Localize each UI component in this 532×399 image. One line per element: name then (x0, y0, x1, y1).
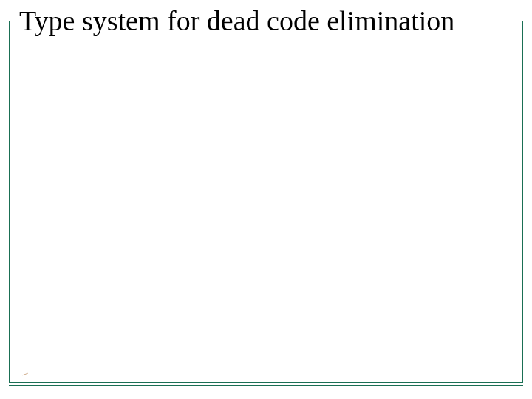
slide: Type system for dead code elimination (0, 0, 532, 399)
bottom-rule (9, 385, 523, 386)
slide-frame (9, 21, 523, 383)
slide-title: Type system for dead code elimination (19, 6, 454, 37)
title-container: Type system for dead code elimination (16, 6, 457, 37)
corner-mark-icon (22, 371, 28, 377)
